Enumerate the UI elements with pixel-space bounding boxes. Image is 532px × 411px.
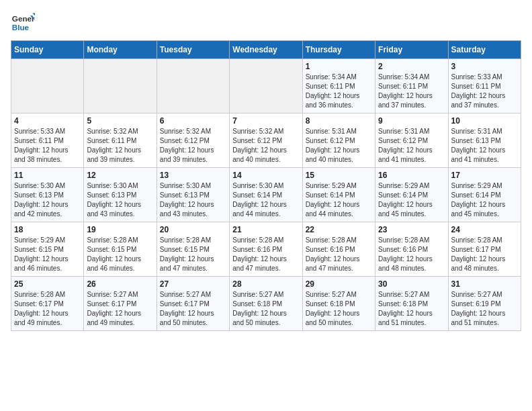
day-number: 30 xyxy=(378,279,445,289)
calendar-day-cell: 25Sunrise: 5:28 AM Sunset: 6:17 PM Dayli… xyxy=(11,277,84,331)
day-info: Sunrise: 5:28 AM Sunset: 6:16 PM Dayligh… xyxy=(306,236,372,273)
calendar-week-row: 1Sunrise: 5:34 AM Sunset: 6:11 PM Daylig… xyxy=(11,59,521,113)
day-number: 19 xyxy=(87,225,153,234)
calendar-body: 1Sunrise: 5:34 AM Sunset: 6:11 PM Daylig… xyxy=(11,59,521,331)
calendar-week-row: 18Sunrise: 5:29 AM Sunset: 6:15 PM Dayli… xyxy=(11,222,521,277)
day-info: Sunrise: 5:32 AM Sunset: 6:12 PM Dayligh… xyxy=(160,127,226,165)
day-number: 11 xyxy=(14,171,81,180)
day-info: Sunrise: 5:33 AM Sunset: 6:11 PM Dayligh… xyxy=(451,73,518,110)
day-info: Sunrise: 5:31 AM Sunset: 6:13 PM Dayligh… xyxy=(451,127,518,165)
day-number: 8 xyxy=(306,116,372,126)
day-number: 12 xyxy=(87,171,153,180)
day-info: Sunrise: 5:29 AM Sunset: 6:14 PM Dayligh… xyxy=(306,181,372,219)
svg-text:General: General xyxy=(12,14,35,23)
day-number: 14 xyxy=(232,171,299,180)
day-number: 21 xyxy=(232,225,299,234)
calendar-week-row: 11Sunrise: 5:30 AM Sunset: 6:13 PM Dayli… xyxy=(11,168,521,222)
calendar-day-cell: 14Sunrise: 5:30 AM Sunset: 6:14 PM Dayli… xyxy=(230,168,302,222)
logo: General Blue xyxy=(11,11,35,35)
calendar-day-cell: 16Sunrise: 5:29 AM Sunset: 6:14 PM Dayli… xyxy=(375,168,448,222)
weekday-header: Monday xyxy=(84,41,157,59)
calendar-day-cell: 27Sunrise: 5:27 AM Sunset: 6:17 PM Dayli… xyxy=(157,277,229,331)
day-info: Sunrise: 5:33 AM Sunset: 6:11 PM Dayligh… xyxy=(14,127,81,165)
day-number: 26 xyxy=(87,279,153,289)
day-number: 20 xyxy=(160,225,226,234)
calendar-day-cell: 4Sunrise: 5:33 AM Sunset: 6:11 PM Daylig… xyxy=(11,113,84,168)
calendar-day-cell xyxy=(157,59,229,113)
calendar-day-cell: 18Sunrise: 5:29 AM Sunset: 6:15 PM Dayli… xyxy=(11,222,84,277)
calendar-day-cell: 10Sunrise: 5:31 AM Sunset: 6:13 PM Dayli… xyxy=(448,113,521,168)
calendar-day-cell: 23Sunrise: 5:28 AM Sunset: 6:16 PM Dayli… xyxy=(375,222,448,277)
day-info: Sunrise: 5:31 AM Sunset: 6:12 PM Dayligh… xyxy=(378,127,445,165)
day-number: 27 xyxy=(160,279,226,289)
day-info: Sunrise: 5:31 AM Sunset: 6:12 PM Dayligh… xyxy=(306,127,372,165)
day-number: 28 xyxy=(232,279,299,289)
day-number: 24 xyxy=(451,225,518,234)
calendar-day-cell: 8Sunrise: 5:31 AM Sunset: 6:12 PM Daylig… xyxy=(302,113,375,168)
calendar-day-cell: 3Sunrise: 5:33 AM Sunset: 6:11 PM Daylig… xyxy=(448,59,521,113)
day-number: 4 xyxy=(14,116,81,126)
day-number: 6 xyxy=(160,116,226,126)
day-number: 9 xyxy=(378,116,445,126)
day-number: 23 xyxy=(378,225,445,234)
day-number: 16 xyxy=(378,171,445,180)
day-info: Sunrise: 5:27 AM Sunset: 6:18 PM Dayligh… xyxy=(232,290,299,328)
weekday-header: Friday xyxy=(375,41,448,59)
day-number: 18 xyxy=(14,225,81,234)
day-info: Sunrise: 5:27 AM Sunset: 6:18 PM Dayligh… xyxy=(378,290,445,328)
day-info: Sunrise: 5:32 AM Sunset: 6:12 PM Dayligh… xyxy=(232,127,299,165)
day-number: 2 xyxy=(378,62,445,71)
day-info: Sunrise: 5:27 AM Sunset: 6:19 PM Dayligh… xyxy=(451,290,518,328)
calendar-day-cell: 22Sunrise: 5:28 AM Sunset: 6:16 PM Dayli… xyxy=(302,222,375,277)
logo-icon: General Blue xyxy=(11,11,35,35)
calendar-day-cell: 20Sunrise: 5:28 AM Sunset: 6:15 PM Dayli… xyxy=(157,222,229,277)
calendar-day-cell: 6Sunrise: 5:32 AM Sunset: 6:12 PM Daylig… xyxy=(157,113,229,168)
weekday-header: Sunday xyxy=(11,41,84,59)
day-info: Sunrise: 5:34 AM Sunset: 6:11 PM Dayligh… xyxy=(378,73,445,110)
weekday-header: Wednesday xyxy=(230,41,302,59)
calendar-day-cell: 21Sunrise: 5:28 AM Sunset: 6:16 PM Dayli… xyxy=(230,222,302,277)
day-number: 31 xyxy=(451,279,518,289)
day-info: Sunrise: 5:30 AM Sunset: 6:13 PM Dayligh… xyxy=(14,181,81,219)
day-info: Sunrise: 5:28 AM Sunset: 6:15 PM Dayligh… xyxy=(160,236,226,273)
calendar-table: SundayMondayTuesdayWednesdayThursdayFrid… xyxy=(11,40,521,331)
weekday-header: Thursday xyxy=(302,41,375,59)
day-info: Sunrise: 5:28 AM Sunset: 6:15 PM Dayligh… xyxy=(87,236,153,273)
calendar-day-cell xyxy=(230,59,302,113)
day-number: 7 xyxy=(232,116,299,126)
day-number: 10 xyxy=(451,116,518,126)
calendar-week-row: 4Sunrise: 5:33 AM Sunset: 6:11 PM Daylig… xyxy=(11,113,521,168)
day-info: Sunrise: 5:27 AM Sunset: 6:17 PM Dayligh… xyxy=(160,290,226,328)
day-info: Sunrise: 5:32 AM Sunset: 6:11 PM Dayligh… xyxy=(87,127,153,165)
day-info: Sunrise: 5:28 AM Sunset: 6:16 PM Dayligh… xyxy=(232,236,299,273)
calendar-day-cell: 30Sunrise: 5:27 AM Sunset: 6:18 PM Dayli… xyxy=(375,277,448,331)
calendar-day-cell: 19Sunrise: 5:28 AM Sunset: 6:15 PM Dayli… xyxy=(84,222,157,277)
day-info: Sunrise: 5:34 AM Sunset: 6:11 PM Dayligh… xyxy=(306,73,372,110)
calendar-day-cell xyxy=(11,59,84,113)
day-number: 29 xyxy=(306,279,372,289)
day-number: 17 xyxy=(451,171,518,180)
calendar-week-row: 25Sunrise: 5:28 AM Sunset: 6:17 PM Dayli… xyxy=(11,277,521,331)
day-info: Sunrise: 5:28 AM Sunset: 6:16 PM Dayligh… xyxy=(378,236,445,273)
page-header: General Blue xyxy=(11,11,521,35)
day-info: Sunrise: 5:30 AM Sunset: 6:13 PM Dayligh… xyxy=(87,181,153,219)
day-info: Sunrise: 5:30 AM Sunset: 6:13 PM Dayligh… xyxy=(160,181,226,219)
day-info: Sunrise: 5:27 AM Sunset: 6:17 PM Dayligh… xyxy=(87,290,153,328)
calendar-day-cell: 29Sunrise: 5:27 AM Sunset: 6:18 PM Dayli… xyxy=(302,277,375,331)
calendar-day-cell: 15Sunrise: 5:29 AM Sunset: 6:14 PM Dayli… xyxy=(302,168,375,222)
day-number: 3 xyxy=(451,62,518,71)
svg-text:Blue: Blue xyxy=(12,23,30,32)
calendar-day-cell: 28Sunrise: 5:27 AM Sunset: 6:18 PM Dayli… xyxy=(230,277,302,331)
calendar-day-cell: 2Sunrise: 5:34 AM Sunset: 6:11 PM Daylig… xyxy=(375,59,448,113)
day-number: 1 xyxy=(306,62,372,71)
calendar-day-cell: 5Sunrise: 5:32 AM Sunset: 6:11 PM Daylig… xyxy=(84,113,157,168)
day-info: Sunrise: 5:29 AM Sunset: 6:14 PM Dayligh… xyxy=(378,181,445,219)
day-number: 22 xyxy=(306,225,372,234)
day-number: 15 xyxy=(306,171,372,180)
weekday-header: Tuesday xyxy=(157,41,229,59)
weekday-header: Saturday xyxy=(448,41,521,59)
calendar-day-cell: 7Sunrise: 5:32 AM Sunset: 6:12 PM Daylig… xyxy=(230,113,302,168)
day-info: Sunrise: 5:30 AM Sunset: 6:14 PM Dayligh… xyxy=(232,181,299,219)
day-info: Sunrise: 5:28 AM Sunset: 6:17 PM Dayligh… xyxy=(14,290,81,328)
calendar-day-cell: 31Sunrise: 5:27 AM Sunset: 6:19 PM Dayli… xyxy=(448,277,521,331)
